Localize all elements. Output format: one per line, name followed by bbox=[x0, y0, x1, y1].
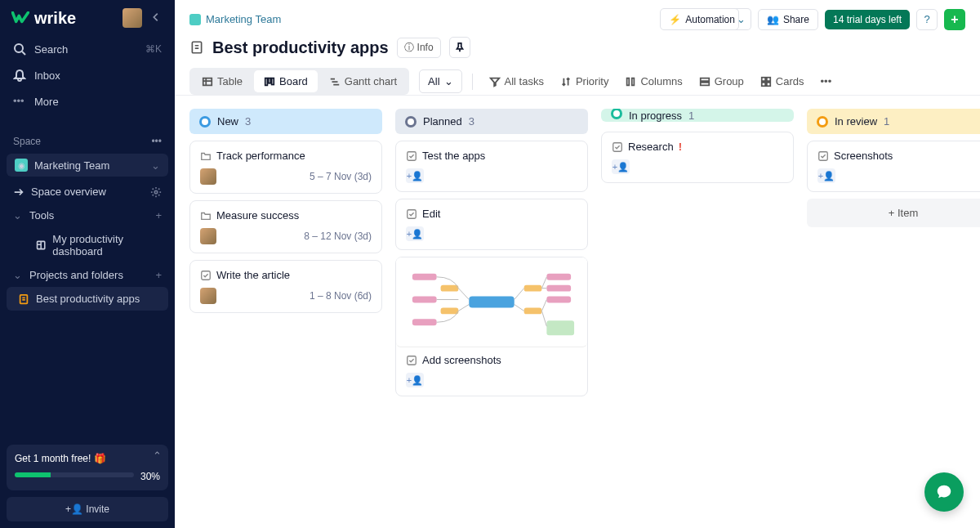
svg-rect-29 bbox=[546, 285, 571, 292]
assign-button[interactable]: +👤 bbox=[817, 168, 835, 183]
assign-button[interactable]: +👤 bbox=[406, 373, 424, 387]
task-card[interactable]: Track performance5 – 7 Nov (3d) bbox=[189, 141, 382, 194]
sort-priority[interactable]: Priority bbox=[554, 70, 615, 92]
status-icon bbox=[817, 116, 828, 128]
card-title: Edit bbox=[422, 208, 440, 220]
space-selector[interactable]: ◉ Marketing Team ⌄ bbox=[7, 154, 168, 177]
dashboard-row[interactable]: My productivity dashboard bbox=[0, 227, 175, 263]
task-card[interactable]: Research !+👤 bbox=[601, 132, 794, 183]
invite-icon: +👤 bbox=[65, 503, 86, 515]
inbox-row[interactable]: Inbox bbox=[0, 62, 175, 88]
svg-rect-21 bbox=[412, 274, 437, 280]
task-card[interactable]: Add screenshots+👤 bbox=[395, 257, 588, 396]
svg-rect-6 bbox=[265, 78, 268, 85]
folder-icon bbox=[200, 150, 212, 162]
tab-board[interactable]: Board bbox=[254, 70, 318, 92]
sidebar: wrike Search ⌘K Inbox ••• More Space •••… bbox=[0, 0, 175, 528]
promo-card[interactable]: ⌃ Get 1 month free! 🎁 30% bbox=[7, 445, 168, 490]
task-card[interactable]: Test the apps+👤 bbox=[395, 141, 588, 192]
tools-row[interactable]: ⌄ Tools + bbox=[0, 204, 175, 227]
assignee-avatar[interactable] bbox=[200, 168, 216, 185]
more-icon: ••• bbox=[13, 95, 26, 108]
priority-label: Priority bbox=[576, 75, 608, 87]
group-button[interactable]: Group bbox=[693, 70, 751, 92]
column-header[interactable]: Planned 3 bbox=[395, 109, 588, 134]
tab-table[interactable]: Table bbox=[192, 70, 252, 92]
assignee-avatar[interactable] bbox=[200, 288, 216, 304]
search-row[interactable]: Search ⌘K bbox=[0, 36, 175, 62]
invite-button[interactable]: +👤 Invite bbox=[7, 497, 168, 521]
sidebar-header: wrike bbox=[0, 0, 175, 36]
space-menu-icon[interactable]: ••• bbox=[151, 136, 162, 147]
assign-button[interactable]: +👤 bbox=[406, 226, 424, 241]
chat-fab[interactable] bbox=[924, 472, 964, 512]
automation-dropdown[interactable]: ⌄ bbox=[732, 8, 751, 30]
view-tabs: Table Board Gantt chart bbox=[189, 68, 409, 95]
table-icon bbox=[202, 76, 213, 87]
svg-rect-10 bbox=[632, 78, 635, 85]
avatar[interactable] bbox=[122, 8, 142, 28]
space-overview-row[interactable]: Space overview bbox=[0, 180, 175, 204]
tab-gantt[interactable]: Gantt chart bbox=[319, 70, 407, 92]
automation-button[interactable]: ⚡ Automation bbox=[660, 8, 739, 30]
add-project-icon[interactable]: + bbox=[155, 269, 162, 281]
group-label: Group bbox=[715, 75, 744, 87]
card-title: Write the article bbox=[216, 269, 290, 281]
toolbar-more[interactable]: ••• bbox=[814, 70, 839, 92]
board-column-new: New 3Track performance5 – 7 Nov (3d)Meas… bbox=[189, 109, 382, 313]
filter-all-tasks[interactable]: All tasks bbox=[483, 70, 550, 92]
projects-row[interactable]: ⌄ Projects and folders + bbox=[0, 263, 175, 287]
filter-all[interactable]: All ⌄ bbox=[419, 69, 461, 93]
trial-badge[interactable]: 14 trial days left bbox=[825, 10, 910, 29]
chevron-up-icon[interactable]: ⌃ bbox=[153, 450, 162, 462]
sidebar-project-active[interactable]: Best productivity apps bbox=[7, 287, 168, 311]
chevron-down-icon: ⌄ bbox=[13, 269, 23, 281]
assignee-avatar[interactable] bbox=[200, 228, 216, 244]
cards-button[interactable]: Cards bbox=[754, 70, 811, 92]
mindmap-thumbnail bbox=[396, 257, 587, 347]
task-card[interactable]: Write the article1 – 8 Nov (6d) bbox=[189, 260, 382, 313]
info-label: Info bbox=[417, 42, 434, 53]
info-button[interactable]: ⓘ Info bbox=[397, 38, 441, 58]
more-row[interactable]: ••• More bbox=[0, 88, 175, 114]
columns-button[interactable]: Columns bbox=[618, 70, 688, 92]
main-content: Marketing Team ⚡ Automation ⌄ 👥 Share 14… bbox=[175, 0, 980, 528]
column-name: In review bbox=[835, 115, 877, 128]
share-button[interactable]: 👥 Share bbox=[758, 9, 818, 30]
svg-rect-16 bbox=[767, 82, 770, 85]
space-overview-label: Space overview bbox=[31, 186, 106, 198]
help-button[interactable]: ? bbox=[916, 9, 938, 30]
columns-label: Columns bbox=[640, 75, 682, 87]
gear-icon[interactable] bbox=[150, 186, 162, 198]
chevron-down-icon: ⌄ bbox=[151, 159, 160, 172]
column-header[interactable]: New 3 bbox=[189, 109, 382, 134]
group-icon bbox=[699, 76, 710, 87]
space-badge-icon bbox=[189, 14, 201, 25]
svg-rect-13 bbox=[762, 77, 765, 80]
dashboard-icon bbox=[36, 239, 46, 251]
add-tool-icon[interactable]: + bbox=[155, 209, 162, 221]
task-card[interactable]: Edit+👤 bbox=[395, 199, 588, 250]
dashboard-label: My productivity dashboard bbox=[52, 233, 162, 257]
add-item-button[interactable]: + Item bbox=[807, 199, 980, 227]
search-shortcut: ⌘K bbox=[145, 43, 162, 55]
sidebar-collapse-icon[interactable] bbox=[149, 10, 163, 27]
board-icon bbox=[264, 76, 275, 87]
global-add-button[interactable]: + bbox=[944, 9, 965, 30]
pin-button[interactable] bbox=[449, 37, 470, 58]
more-label: More bbox=[34, 96, 59, 108]
all-tasks-label: All tasks bbox=[505, 75, 544, 87]
task-icon bbox=[406, 355, 417, 366]
page-title: Best productivity apps bbox=[212, 38, 389, 57]
task-card[interactable]: Measure success8 – 12 Nov (3d) bbox=[189, 200, 382, 253]
app-name: wrike bbox=[34, 9, 76, 28]
project-name: Best productivity apps bbox=[36, 293, 140, 305]
assign-button[interactable]: +👤 bbox=[612, 159, 630, 174]
task-card[interactable]: Screenshots+👤 bbox=[807, 141, 980, 192]
assign-button[interactable]: +👤 bbox=[406, 168, 424, 183]
column-count: 3 bbox=[469, 115, 474, 128]
column-header[interactable]: In review 1 bbox=[807, 109, 980, 134]
app-logo[interactable]: wrike bbox=[11, 9, 76, 28]
column-header[interactable]: In progress 1 bbox=[601, 109, 794, 122]
breadcrumb-space[interactable]: Marketing Team bbox=[206, 13, 281, 25]
